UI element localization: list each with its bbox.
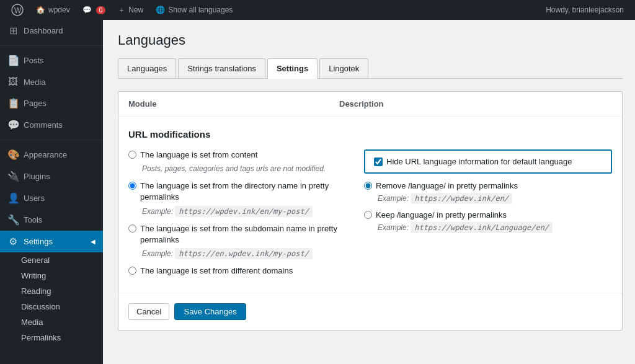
- tab-strings[interactable]: Strings translations: [178, 58, 265, 78]
- sidebar-item-dashboard[interactable]: ⊞ Dashboard: [0, 20, 103, 42]
- option1-row: The language is set from content: [128, 149, 339, 161]
- option4-radio[interactable]: [128, 267, 136, 275]
- module-col-header: Module: [118, 92, 329, 116]
- sidebar-item-comments[interactable]: 💬 Comments: [0, 114, 103, 136]
- users-icon: 👤: [7, 192, 19, 204]
- settings-table-header: Module Description: [118, 92, 622, 117]
- option3-example: Example: https://en.wpdev.ink/my-post/: [142, 249, 339, 258]
- option1-label: The language is set from content: [140, 149, 257, 161]
- sidebar-item-settings[interactable]: ⚙ Settings ◀: [0, 231, 103, 252]
- suboption2-label: Keep /language/ in pretty permalinks: [376, 210, 507, 220]
- description-col-header: Description: [329, 92, 622, 116]
- tabs-nav: Languages Strings translations Settings …: [118, 58, 623, 79]
- submenu-general[interactable]: General: [0, 252, 103, 268]
- sidebar-item-tools[interactable]: 🔧 Tools: [0, 209, 103, 231]
- settings-submenu: General Writing Reading Discussion Media…: [0, 252, 103, 345]
- hide-url-checkbox-row: Hide URL language information for defaul…: [374, 157, 602, 166]
- suboption1-example: Example: https://wpdev.ink/en/: [378, 194, 612, 203]
- sidebar-item-media[interactable]: 🖼 Media: [0, 71, 103, 92]
- suboption1-radio[interactable]: [364, 182, 372, 190]
- option2-row: The language is set from the directory n…: [128, 180, 339, 203]
- sidebar-item-appearance[interactable]: 🎨 Appearance: [0, 144, 103, 166]
- tools-icon: 🔧: [7, 214, 19, 226]
- cancel-button[interactable]: Cancel: [128, 303, 169, 320]
- option4-row: The language is set from different domai…: [128, 265, 339, 277]
- settings-icon: ⚙: [7, 236, 19, 247]
- suboption2-example: Example: https://wpdev.ink/Language/en/: [378, 223, 612, 232]
- sidebar-item-plugins[interactable]: 🔌 Plugins: [0, 166, 103, 187]
- tab-settings[interactable]: Settings: [267, 58, 318, 79]
- comments-icon: 💬: [7, 119, 19, 131]
- tab-languages[interactable]: Languages: [118, 58, 176, 78]
- new-button[interactable]: ＋ New: [112, 0, 149, 20]
- comments-count: 0: [96, 6, 106, 14]
- option2-label: The language is set from the directory n…: [140, 180, 339, 203]
- arrow-icon: ◀: [91, 238, 95, 245]
- two-col-layout: The language is set from content Posts, …: [128, 149, 612, 280]
- settings-panel: Module Description URL modifications The…: [118, 91, 623, 331]
- dashboard-icon: ⊞: [7, 25, 19, 37]
- sidebar: ⊞ Dashboard 📄 Posts 🖼 Media 📋 Pages 💬 Co…: [0, 20, 103, 364]
- settings-body: URL modifications The language is set fr…: [118, 117, 622, 293]
- media-icon: 🖼: [7, 76, 19, 87]
- site-name[interactable]: 🏠 wpdev: [30, 0, 76, 20]
- option3-row: The language is set from the subdomain n…: [128, 223, 339, 246]
- hide-url-label: Hide URL language information for defaul…: [386, 157, 572, 166]
- appearance-icon: 🎨: [7, 149, 19, 161]
- submenu-discussion[interactable]: Discussion: [0, 299, 103, 314]
- right-column: Hide URL language information for defaul…: [364, 149, 612, 280]
- sidebar-item-pages[interactable]: 📋 Pages: [0, 92, 103, 114]
- suboption1-label: Remove /language/ in pretty permalinks: [376, 181, 518, 190]
- comment-icon: 💬: [82, 6, 92, 14]
- hide-url-box: Hide URL language information for defaul…: [364, 149, 612, 174]
- plugins-icon: 🔌: [7, 171, 19, 182]
- page-title: Languages: [118, 32, 623, 48]
- submenu-writing[interactable]: Writing: [0, 268, 103, 283]
- option1-radio[interactable]: [128, 151, 136, 159]
- languages-icon: 🌐: [156, 6, 165, 14]
- home-icon: 🏠: [36, 6, 45, 14]
- option2-example: Example: https://wpdev.ink/en/my-post/: [142, 207, 339, 216]
- svg-text:W: W: [14, 6, 22, 15]
- plus-icon: ＋: [118, 5, 125, 16]
- topbar: W 🏠 wpdev 💬 0 ＋ New 🌐 Show all languages…: [0, 0, 635, 20]
- option2-radio[interactable]: [128, 182, 136, 190]
- option3-label: The language is set from the subdomain n…: [140, 223, 339, 246]
- submenu-reading[interactable]: Reading: [0, 283, 103, 299]
- pages-icon: 📋: [7, 97, 19, 109]
- sidebar-item-users[interactable]: 👤 Users: [0, 187, 103, 209]
- posts-icon: 📄: [7, 55, 19, 66]
- left-column: The language is set from content Posts, …: [128, 149, 339, 280]
- buttons-row: Cancel Save Changes: [118, 293, 622, 330]
- save-button[interactable]: Save Changes: [174, 303, 246, 320]
- content-area: Languages Languages Strings translations…: [103, 20, 635, 364]
- comments-button[interactable]: 💬 0: [76, 0, 112, 20]
- option4-label: The language is set from different domai…: [140, 265, 293, 277]
- suboption2-row: Keep /language/ in pretty permalinks: [364, 210, 612, 220]
- suboption2-radio[interactable]: [364, 211, 372, 219]
- howdy-text: Howdy, brianleejackson: [540, 6, 630, 14]
- tab-lingotek[interactable]: Lingotek: [319, 58, 368, 78]
- sidebar-item-posts[interactable]: 📄 Posts: [0, 50, 103, 71]
- show-languages-button[interactable]: 🌐 Show all languages: [149, 0, 239, 20]
- section-title: URL modifications: [128, 129, 612, 140]
- hide-url-checkbox[interactable]: [374, 158, 383, 166]
- suboption1-row: Remove /language/ in pretty permalinks: [364, 181, 612, 190]
- submenu-media[interactable]: Media: [0, 314, 103, 330]
- submenu-permalinks[interactable]: Permalinks: [0, 330, 103, 345]
- option3-radio[interactable]: [128, 224, 136, 233]
- wp-logo-icon[interactable]: W: [5, 0, 30, 20]
- option1-note: Posts, pages, categories and tags urls a…: [142, 164, 339, 173]
